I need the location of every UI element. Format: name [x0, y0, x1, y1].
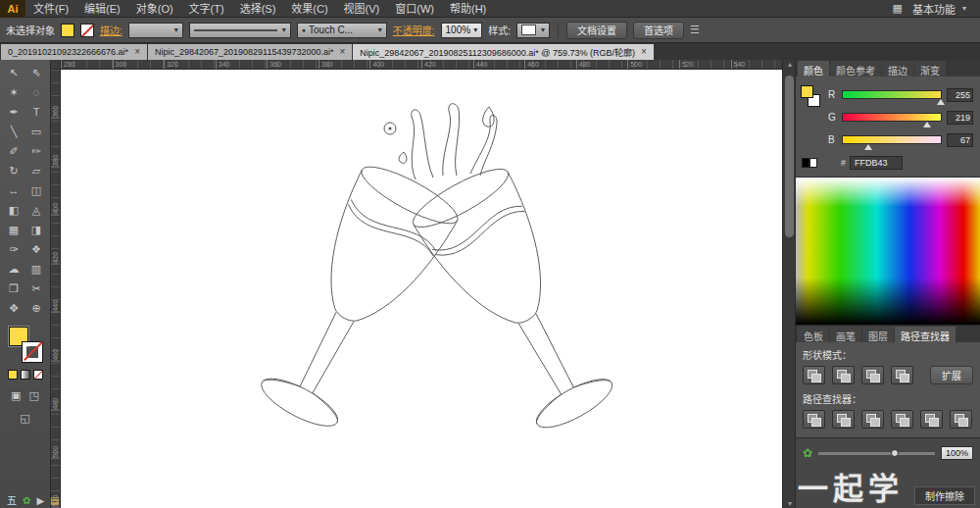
- tab-swatches[interactable]: 色板: [798, 327, 829, 342]
- slider-thumb-icon[interactable]: [864, 144, 872, 150]
- scroll-down-icon[interactable]: ▾: [783, 499, 797, 508]
- unite-button[interactable]: [803, 366, 825, 384]
- perspective-grid-tool[interactable]: ◬: [25, 200, 48, 220]
- channel-slider[interactable]: [842, 90, 942, 99]
- tab-gradient[interactable]: 渐变: [914, 61, 946, 76]
- close-icon[interactable]: ×: [134, 47, 140, 57]
- document-tab[interactable]: Nipic_29842067_20190825112309686000.ai* …: [353, 44, 654, 60]
- bottom-value[interactable]: 100%: [941, 446, 973, 460]
- gradient-tool[interactable]: ◨: [25, 220, 48, 239]
- folder-icon[interactable]: ▤: [50, 494, 59, 508]
- menu-item[interactable]: 窗口(W): [387, 0, 442, 18]
- opacity-link[interactable]: 不透明度:: [393, 23, 435, 37]
- vertical-ruler[interactable]: 360380400420440460480500520: [51, 70, 61, 508]
- gradient-mode-button[interactable]: [21, 370, 30, 380]
- minus-front-button[interactable]: [832, 366, 855, 384]
- color-mode-button[interactable]: [8, 370, 18, 380]
- shape-builder-tool[interactable]: ◧: [3, 200, 25, 220]
- direct-selection-tool[interactable]: ⇖: [25, 63, 48, 82]
- width-profile-dropdown[interactable]: ▾: [189, 23, 291, 38]
- slice-tool[interactable]: ✂: [25, 279, 48, 298]
- arrange-documents-icon[interactable]: ▦: [893, 2, 903, 15]
- pen-tool[interactable]: ✒: [3, 102, 25, 122]
- eyedropper-tool[interactable]: ✑: [3, 239, 25, 259]
- slider-thumb-icon[interactable]: [923, 122, 931, 127]
- free-transform-tool[interactable]: ◫: [25, 180, 48, 200]
- document-tab[interactable]: 0_20191021092322666676.ai* ×: [1, 44, 147, 60]
- channel-value[interactable]: 255: [947, 88, 973, 102]
- tab-color[interactable]: 颜色: [798, 61, 829, 76]
- fill-color-swatch[interactable]: [61, 24, 74, 37]
- document-setup-button[interactable]: 文档设置: [566, 22, 627, 39]
- pencil-tool[interactable]: ✏: [25, 141, 48, 161]
- horizontal-ruler[interactable]: 2803003203403603804004204404604805005205…: [61, 60, 782, 70]
- artboard-tool[interactable]: ❐: [3, 279, 25, 298]
- fill-swatch[interactable]: [801, 85, 813, 98]
- artboard-canvas[interactable]: [61, 70, 782, 508]
- tab-layers[interactable]: 图层: [862, 327, 894, 342]
- crop-button[interactable]: [891, 410, 913, 429]
- hand-tool[interactable]: ✥: [3, 298, 25, 318]
- tab-brushes[interactable]: 画笔: [830, 327, 861, 342]
- white-swatch[interactable]: [809, 158, 817, 168]
- fill-stroke-swatches[interactable]: [9, 327, 42, 362]
- menu-item[interactable]: 编辑(E): [76, 0, 128, 18]
- menu-item[interactable]: 文字(T): [181, 0, 232, 18]
- scrollbar-thumb[interactable]: [785, 76, 794, 237]
- rectangle-tool[interactable]: ▭: [25, 122, 48, 141]
- none-mode-button[interactable]: [33, 370, 43, 380]
- minus-back-button[interactable]: [950, 410, 972, 429]
- width-tool[interactable]: ↔: [3, 180, 25, 200]
- stroke-link[interactable]: 描边:: [100, 23, 122, 37]
- vertical-scrollbar[interactable]: ▴ ▾: [782, 60, 796, 508]
- menu-item[interactable]: 对象(O): [128, 0, 181, 18]
- channel-value[interactable]: 219: [947, 111, 973, 125]
- preferences-button[interactable]: 首选项: [633, 22, 684, 39]
- action-button[interactable]: 制作擦除: [914, 486, 975, 505]
- menu-item[interactable]: 视图(V): [336, 0, 388, 18]
- ruler-corner[interactable]: [51, 60, 61, 70]
- slider-thumb-icon[interactable]: [937, 99, 945, 105]
- merge-button[interactable]: [861, 410, 884, 429]
- fill-stroke-indicator[interactable]: [800, 83, 823, 125]
- menu-item[interactable]: 选择(S): [232, 0, 284, 18]
- expand-button[interactable]: 扩展: [930, 366, 973, 384]
- symbol-sprayer-tool[interactable]: ☁: [3, 259, 25, 279]
- stroke-color-swatch[interactable]: [80, 24, 94, 37]
- document-tab[interactable]: Nipic_29842067_20190829115439732000.ai* …: [148, 44, 352, 60]
- tab-stroke-panel[interactable]: 描边: [882, 61, 913, 76]
- magic-wand-tool[interactable]: ✶: [3, 82, 25, 102]
- tab-color-guide[interactable]: 颜色参考: [830, 61, 881, 76]
- input-method-icon[interactable]: 五: [7, 494, 17, 508]
- close-icon[interactable]: ×: [340, 47, 346, 57]
- menu-item[interactable]: 效果(C): [283, 0, 335, 18]
- scale-tool[interactable]: ▱: [25, 161, 48, 180]
- line-tool[interactable]: ╲: [3, 122, 25, 141]
- workspace-switcher[interactable]: 基本功能 ▾: [912, 1, 966, 17]
- rotate-tool[interactable]: ↻: [3, 161, 25, 180]
- selection-tool[interactable]: ↖: [3, 63, 25, 82]
- media-app-icon[interactable]: ▶: [36, 494, 44, 508]
- divide-button[interactable]: [803, 410, 825, 429]
- opacity-value[interactable]: 100%▾: [441, 23, 483, 38]
- draw-normal-icon[interactable]: ▣: [11, 389, 21, 402]
- stroke-weight-dropdown[interactable]: ▾: [128, 23, 183, 38]
- channel-slider[interactable]: [842, 113, 942, 122]
- style-dropdown[interactable]: ▾: [516, 23, 550, 38]
- blend-tool[interactable]: ❖: [25, 239, 48, 259]
- menu-item[interactable]: 文件(F): [25, 0, 76, 18]
- green-app-icon[interactable]: ✿: [23, 494, 30, 508]
- exclude-button[interactable]: [891, 366, 913, 384]
- scroll-up-icon[interactable]: ▴: [783, 60, 797, 69]
- black-white-swatches[interactable]: [802, 158, 817, 168]
- channel-slider[interactable]: [842, 135, 942, 144]
- channel-value[interactable]: 67: [947, 133, 973, 147]
- intersect-button[interactable]: [861, 366, 884, 384]
- slider-thumb-icon[interactable]: [891, 449, 899, 457]
- screen-mode-button[interactable]: ◱: [0, 412, 50, 425]
- trim-button[interactable]: [832, 410, 855, 429]
- bottom-slider[interactable]: [818, 452, 935, 455]
- paintbrush-tool[interactable]: ✐: [3, 141, 25, 161]
- stroke-swatch[interactable]: [23, 342, 42, 362]
- draw-behind-icon[interactable]: ◳: [29, 389, 39, 402]
